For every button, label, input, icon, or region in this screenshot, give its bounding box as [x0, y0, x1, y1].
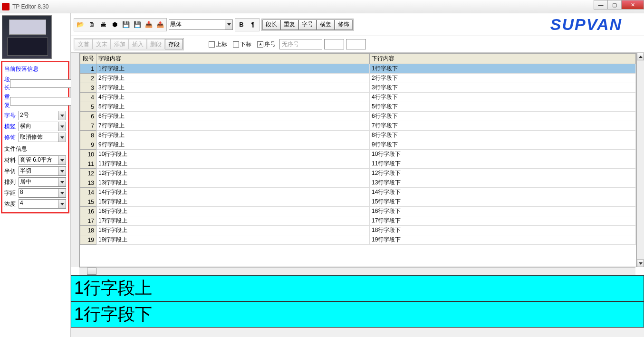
cell-down[interactable]: 16行字段下: [370, 207, 636, 216]
table-row[interactable]: 55行字段上5行字段下: [80, 102, 636, 112]
table-row[interactable]: 77行字段上7行字段下: [80, 121, 636, 131]
cell-down[interactable]: 13行字段下: [370, 178, 636, 188]
fontsize-select[interactable]: 2号: [19, 111, 66, 120]
cell-up[interactable]: 16行字段上: [96, 207, 370, 216]
segment-字号-button[interactable]: 字号: [298, 19, 317, 30]
table-row[interactable]: 1818行字段上18行字段下: [80, 226, 636, 235]
table-row[interactable]: 88行字段上8行字段下: [80, 131, 636, 140]
col-content-down[interactable]: 下行内容: [370, 54, 636, 64]
cell-up[interactable]: 5行字段上: [96, 102, 370, 112]
row-number[interactable]: 4: [80, 93, 96, 102]
table-row[interactable]: 44行字段上4行字段下: [80, 93, 636, 102]
table-row[interactable]: 1414行字段上14行字段下: [80, 188, 636, 197]
table-row[interactable]: 1010行字段上10行字段下: [80, 150, 636, 159]
row-number[interactable]: 1: [80, 64, 96, 74]
cell-down[interactable]: 9行字段下: [370, 140, 636, 150]
saveas-icon[interactable]: 💾: [132, 19, 143, 30]
print-icon[interactable]: 🖶: [97, 19, 109, 30]
cell-down[interactable]: 14行字段下: [370, 188, 636, 197]
align-select[interactable]: 居中: [19, 177, 66, 187]
table-row[interactable]: 1515行字段上15行字段下: [80, 197, 636, 207]
cell-up[interactable]: 6行字段上: [96, 112, 370, 121]
table-row[interactable]: 66行字段上6行字段下: [80, 112, 636, 121]
material-select[interactable]: 套管 6.0平方: [19, 155, 66, 165]
spacing-select[interactable]: 8: [19, 188, 66, 198]
sequence-type-input[interactable]: 无序号: [279, 39, 322, 49]
paragraph-mark-button[interactable]: ¶: [247, 19, 259, 30]
maximize-button[interactable]: ▢: [607, 0, 622, 10]
segment-修饰-button[interactable]: 修饰: [335, 19, 353, 30]
subscript-check[interactable]: 下标: [231, 40, 253, 48]
row-number[interactable]: 2: [80, 74, 96, 83]
save-icon[interactable]: 💾: [120, 19, 132, 30]
table-row[interactable]: 1313行字段上13行字段下: [80, 178, 636, 188]
cell-down[interactable]: 18行字段下: [370, 226, 636, 235]
row-number[interactable]: 13: [80, 178, 96, 188]
cell-down[interactable]: 1行字段下: [370, 64, 636, 74]
density-select[interactable]: 4: [19, 199, 66, 209]
nav-添加-button[interactable]: 添加: [111, 39, 129, 49]
row-number[interactable]: 5: [80, 102, 96, 112]
cell-up[interactable]: 8行字段上: [96, 131, 370, 140]
stop-icon[interactable]: ⬢: [109, 19, 120, 30]
cell-up[interactable]: 1行字段上: [96, 64, 370, 74]
cell-down[interactable]: 7行字段下: [370, 121, 636, 131]
row-number[interactable]: 7: [80, 121, 96, 131]
vertical-scrollbar[interactable]: [636, 53, 644, 267]
data-grid[interactable]: 段号 字段内容 下行内容 11行字段上1行字段下22行字段上2行字段下33行字段…: [79, 53, 636, 267]
table-row[interactable]: 22行字段上2行字段下: [80, 74, 636, 83]
table-row[interactable]: 99行字段上9行字段下: [80, 140, 636, 150]
cell-up[interactable]: 11行字段上: [96, 159, 370, 169]
cell-down[interactable]: 10行字段下: [370, 150, 636, 159]
table-row[interactable]: 1919行字段上19行字段下: [80, 235, 636, 245]
row-number[interactable]: 3: [80, 83, 96, 93]
nav-文首-button[interactable]: 文首: [75, 39, 93, 49]
col-segno[interactable]: 段号: [80, 54, 96, 64]
row-number[interactable]: 16: [80, 207, 96, 216]
close-button[interactable]: ✕: [621, 0, 644, 10]
cell-down[interactable]: 19行字段下: [370, 235, 636, 245]
cell-down[interactable]: 17行字段下: [370, 216, 636, 226]
cell-up[interactable]: 12行字段上: [96, 169, 370, 178]
cell-up[interactable]: 18行字段上: [96, 226, 370, 235]
bold-button[interactable]: B: [236, 19, 247, 30]
cell-down[interactable]: 15行字段下: [370, 197, 636, 207]
cell-up[interactable]: 19行字段上: [96, 235, 370, 245]
table-row[interactable]: 11行字段上1行字段下: [80, 64, 636, 74]
open-icon[interactable]: 📂: [75, 19, 86, 30]
table-row[interactable]: 1717行字段上17行字段下: [80, 216, 636, 226]
segment-横竖-button[interactable]: 横竖: [317, 19, 335, 30]
row-number[interactable]: 19: [80, 235, 96, 245]
new-icon[interactable]: 🗎: [86, 19, 97, 30]
cell-up[interactable]: 17行字段上: [96, 216, 370, 226]
cell-down[interactable]: 6行字段下: [370, 112, 636, 121]
orient-select[interactable]: 横向: [19, 122, 66, 131]
cell-up[interactable]: 3行字段上: [96, 83, 370, 93]
scroll-thumb[interactable]: [87, 268, 96, 275]
row-number[interactable]: 18: [80, 226, 96, 235]
seq-start-input[interactable]: [324, 39, 344, 49]
scroll-down-icon[interactable]: [637, 260, 644, 267]
table-row[interactable]: 33行字段上3行字段下: [80, 83, 636, 93]
row-number[interactable]: 6: [80, 112, 96, 121]
cell-up[interactable]: 10行字段上: [96, 150, 370, 159]
cell-up[interactable]: 9行字段上: [96, 140, 370, 150]
table-row[interactable]: 1616行字段上16行字段下: [80, 207, 636, 216]
cell-down[interactable]: 8行字段下: [370, 131, 636, 140]
minimize-button[interactable]: —: [594, 0, 608, 10]
table-row[interactable]: 1111行字段上11行字段下: [80, 159, 636, 169]
row-number[interactable]: 17: [80, 216, 96, 226]
horizontal-scrollbar[interactable]: [79, 267, 635, 275]
scroll-up-icon[interactable]: [637, 53, 644, 60]
table-row[interactable]: 1212行字段上12行字段下: [80, 169, 636, 178]
row-number[interactable]: 11: [80, 159, 96, 169]
seq-end-input[interactable]: [346, 39, 366, 49]
cell-up[interactable]: 2行字段上: [96, 74, 370, 83]
export-icon[interactable]: 📤: [154, 19, 166, 30]
row-number[interactable]: 14: [80, 188, 96, 197]
row-number[interactable]: 9: [80, 140, 96, 150]
cell-down[interactable]: 5行字段下: [370, 102, 636, 112]
nav-存段-button[interactable]: 存段: [165, 39, 183, 49]
row-number[interactable]: 10: [80, 150, 96, 159]
font-select[interactable]: 黑体: [169, 19, 233, 30]
